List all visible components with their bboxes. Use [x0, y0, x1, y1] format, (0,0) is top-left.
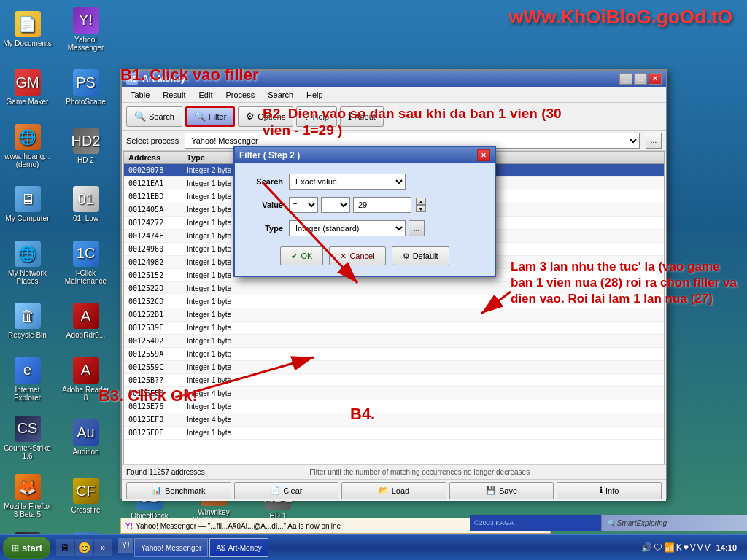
desktop-icon-audition[interactable]: Au Audition [58, 408, 113, 467]
1click-label: i-Click Maintenance [61, 269, 110, 285]
desktop-icon-01low[interactable]: 01 01_Low [58, 175, 113, 233]
search-button[interactable]: 🔍 Search [126, 106, 182, 127]
table-row[interactable]: 00125F0EInteger 1 byte [124, 427, 664, 440]
type-field-label: Type [247, 224, 283, 233]
quicklaunch-navigate-icon[interactable]: » [94, 539, 112, 556]
taskbar-artmoney-label: Art-Money [228, 544, 262, 552]
desktop-icon-crossfire[interactable]: CF Crossfire [58, 467, 113, 525]
menu-table[interactable]: Table [125, 89, 155, 101]
desktop-icon-photoscape[interactable]: PS PhotoScape [58, 58, 113, 117]
address-column-header[interactable]: Address [124, 152, 182, 163]
desktop-icon-firefox[interactable]: 🦊 Mozilla Firefox 3 Beta 5 [0, 467, 55, 525]
menu-help[interactable]: Help [301, 89, 329, 101]
default-icon: ⚙ [403, 252, 410, 261]
operator-select[interactable]: = [289, 197, 318, 213]
dialog-close-button[interactable]: ✕ [477, 149, 490, 161]
options-icon: ⚙ [246, 111, 255, 122]
mynetwork-label: My Network Places [3, 269, 52, 285]
table-row[interactable]: 0012522DInteger 1 byte [124, 282, 664, 295]
adobe1-icon: A [73, 303, 99, 329]
tray-icon-6[interactable]: V [690, 542, 696, 553]
minimize-button[interactable]: _ [619, 73, 632, 85]
recycle-label: Recycle Bin [8, 331, 47, 339]
tray-icon-5[interactable]: ♥ [684, 542, 689, 553]
menu-result[interactable]: Result [157, 89, 191, 101]
table-row[interactable]: 00125B??Integer 1 byte [124, 374, 664, 387]
start-button[interactable]: ⊞ start [3, 537, 50, 559]
dialog-default-button[interactable]: ⚙ Default [392, 246, 449, 265]
close-button[interactable]: ✕ [649, 73, 662, 85]
window-title: Art-Money [142, 74, 619, 84]
menu-process[interactable]: Process [220, 89, 260, 101]
cs-label: Counter-Strike 1.6 [3, 444, 52, 460]
tray-icon-2[interactable]: 🛡 [654, 542, 662, 553]
desktop-icon-gamemaker[interactable]: GM Game Maker [0, 58, 55, 117]
clear-button[interactable]: 📄 Clear [234, 482, 339, 499]
help-button[interactable]: ? Help [296, 106, 337, 127]
load-button[interactable]: 📂 Load [341, 482, 446, 499]
desktop-icon-recycle[interactable]: 🗑 Recycle Bin [0, 292, 55, 350]
filter-button[interactable]: 🔍 Filter [185, 106, 235, 127]
desktop-icon-ie[interactable]: e Internet Explorer [0, 350, 55, 408]
save-button[interactable]: 💾 Save [449, 482, 554, 499]
tray-icon-1[interactable]: 🔊 [641, 542, 652, 553]
mycomputer-icon: 🖥 [15, 186, 41, 212]
audition-label: Audition [72, 448, 98, 456]
desktop: wWw.KhOiBloG.goOd.tO 📄 My Documents Y! Y… [0, 0, 747, 560]
table-row[interactable]: 00125EF0Integer 4 byte [124, 413, 664, 427]
quicklaunch-icon-1[interactable]: 🖥 [56, 539, 74, 556]
tray-icon-8[interactable]: V [705, 542, 711, 553]
type-options-button[interactable]: ... [409, 220, 425, 236]
operator2-select[interactable] [321, 197, 350, 213]
menu-search[interactable]: Search [262, 89, 299, 101]
menu-edit[interactable]: Edit [193, 89, 218, 101]
desktop-icon-my-documents[interactable]: 📄 My Documents [0, 0, 55, 58]
desktop-icon-1click[interactable]: 1C i-Click Maintenance [58, 233, 113, 292]
filter-dialog: Filter ( Step 2 ) ✕ Search Exact value V… [233, 146, 496, 277]
table-row[interactable]: 001252CDInteger 1 byte [124, 295, 664, 308]
table-row[interactable]: 00125E58Integer 4 byte [124, 387, 664, 400]
table-row[interactable]: 00125E76Integer 1 byte [124, 400, 664, 413]
dialog-type-row: Type Integer (standard) ... [247, 220, 483, 236]
dialog-cancel-button[interactable]: ✕ Cancel [329, 246, 385, 265]
desktop-icon-hd2[interactable]: HD2 HD 2 [58, 117, 113, 175]
adobe2-label: Adobe Reader 8 [61, 386, 110, 402]
desktop-icon-www[interactable]: 🌐 www.ihoang...(demo) [0, 117, 55, 175]
www-icon: 🌐 [15, 124, 41, 150]
tray-icon-7[interactable]: V [697, 542, 703, 553]
desktop-icon-yahoo[interactable]: Y! Yahoo! Messenger [58, 0, 113, 58]
desktop-icon-mynetwork[interactable]: 🌐 My Network Places [0, 233, 55, 292]
tray-icon-3[interactable]: 📶 [664, 542, 675, 553]
dialog-ok-button[interactable]: ✔ OK [280, 246, 323, 265]
taskbar-item-artmoney[interactable]: A$ Art-Money [209, 538, 268, 557]
type-select[interactable]: Integer (standard) [289, 220, 406, 236]
spinner-up-button[interactable]: ▲ [416, 198, 426, 205]
quicklaunch-icon-2[interactable]: 😊 [75, 539, 93, 556]
search-icon: 🔍 [134, 111, 146, 122]
table-row[interactable]: 0012559AInteger 1 byte [124, 348, 664, 361]
desktop-icon-cs[interactable]: CS Counter-Strike 1.6 [0, 408, 55, 467]
01low-icon: 01 [73, 186, 99, 212]
maximize-button[interactable]: □ [634, 73, 647, 85]
search-type-select[interactable]: Exact value [289, 174, 406, 190]
value-field-label: Value [247, 201, 283, 209]
gamemaker-icon: GM [15, 69, 41, 96]
options-button[interactable]: ⚙ Options [238, 106, 293, 127]
table-row[interactable]: 001254D2Integer 1 byte [124, 335, 664, 348]
info-button[interactable]: ℹ Info [557, 482, 662, 499]
about-button[interactable]: ℹ About [340, 106, 384, 127]
load-icon: 📂 [379, 486, 389, 495]
table-row[interactable]: 0012559CInteger 1 byte [124, 361, 664, 374]
tray-icon-4[interactable]: K [676, 542, 682, 553]
process-browse-button[interactable]: ... [646, 133, 662, 149]
value-input[interactable]: 29 [353, 197, 411, 213]
search-field-label: Search [247, 177, 283, 186]
table-row[interactable]: 001252D1Integer 1 byte [124, 308, 664, 322]
desktop-icon-mycomputer[interactable]: 🖥 My Computer [0, 175, 55, 233]
desktop-icon-adobe2[interactable]: A Adobe Reader 8 [58, 350, 113, 408]
table-row[interactable]: 0012539EInteger 1 byte [124, 322, 664, 335]
spinner-down-button[interactable]: ▼ [416, 205, 426, 212]
taskbar-item-yahoo[interactable]: Yahoo! Messenger [134, 538, 208, 557]
benchmark-button[interactable]: 📊 Benchmark [126, 482, 231, 499]
desktop-icon-adobe1[interactable]: A AdobRdr0... [58, 292, 113, 350]
